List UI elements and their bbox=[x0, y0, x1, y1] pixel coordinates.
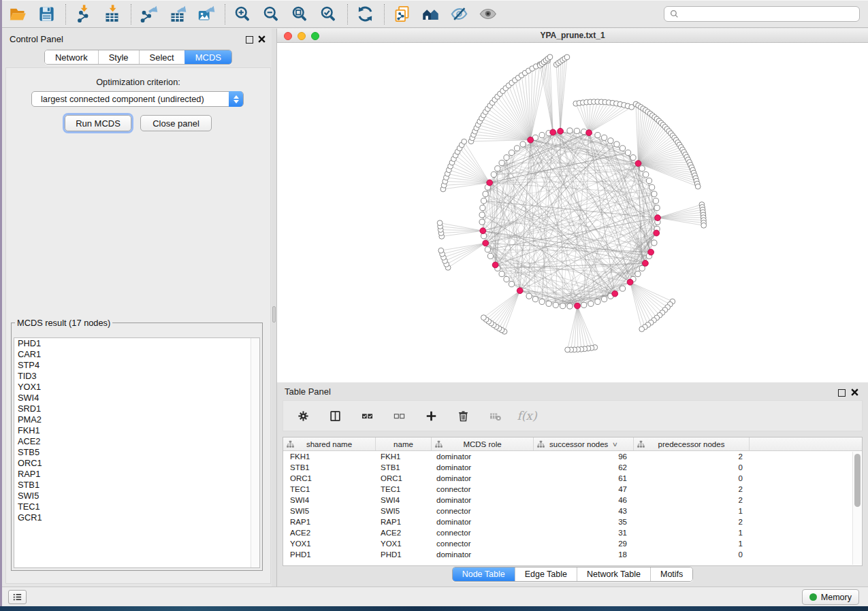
list-scrollbar[interactable] bbox=[251, 338, 259, 567]
cell-MCDS-role: dominator bbox=[432, 451, 534, 462]
mcds-result-item[interactable]: TID3 bbox=[14, 371, 259, 382]
mcds-result-item[interactable]: ORC1 bbox=[14, 458, 259, 469]
zoom-in-icon bbox=[234, 5, 252, 23]
mcds-result-item[interactable]: SWI5 bbox=[14, 491, 259, 501]
cell-MCDS-role: dominator bbox=[432, 495, 534, 506]
run-mcds-button[interactable]: Run MCDS bbox=[65, 115, 131, 131]
tab-motifs[interactable]: Motifs bbox=[650, 567, 692, 581]
table-row-ACE2[interactable]: ACE2ACE2connector311 bbox=[283, 527, 862, 538]
search-icon bbox=[670, 10, 679, 18]
hide-selected-button[interactable] bbox=[448, 3, 470, 25]
deselect-all-button[interactable] bbox=[390, 407, 408, 425]
zoom-in-button[interactable] bbox=[231, 3, 253, 25]
export-network-button[interactable] bbox=[138, 3, 159, 25]
control-panel-tabs: NetworkStyleSelectMCDS bbox=[2, 50, 274, 65]
splitter-handle[interactable] bbox=[272, 306, 276, 323]
table-row-SWI4[interactable]: SWI4SWI4dominator462 bbox=[283, 495, 862, 506]
refresh-layout-button[interactable] bbox=[354, 3, 376, 25]
mcds-result-item[interactable]: SRD1 bbox=[14, 403, 259, 414]
search-box[interactable] bbox=[664, 6, 860, 22]
column-label: predecessor nodes bbox=[658, 440, 725, 448]
select-all-button[interactable] bbox=[358, 407, 376, 425]
column-header-name[interactable]: name bbox=[376, 437, 432, 450]
mcds-result-item[interactable]: PHD1 bbox=[14, 338, 259, 349]
mcds-result-item[interactable]: ACE2 bbox=[14, 436, 259, 447]
mcds-result-item[interactable]: PMA2 bbox=[14, 414, 259, 425]
control-panel: Control Panel NetworkStyleSelectMCDS Opt… bbox=[2, 29, 274, 587]
graph-ring-nodes[interactable] bbox=[437, 54, 706, 352]
column-header-MCDS-role[interactable]: MCDS role bbox=[432, 437, 534, 450]
show-all-button[interactable] bbox=[477, 3, 498, 25]
network-canvas[interactable] bbox=[277, 43, 868, 382]
tab-edge-table[interactable]: Edge Table bbox=[515, 567, 577, 581]
export-table-button[interactable] bbox=[166, 3, 188, 25]
mcds-result-item[interactable]: TEC1 bbox=[14, 501, 259, 512]
cell-shared-name: YOX1 bbox=[283, 538, 376, 549]
close-panel-button[interactable]: Close panel bbox=[140, 115, 212, 131]
table-row-ORC1[interactable]: ORC1ORC1dominator610 bbox=[283, 473, 862, 484]
table-row-TEC1[interactable]: TEC1TEC1connector472 bbox=[283, 484, 862, 495]
import-network-button[interactable] bbox=[72, 3, 94, 25]
export-image-button[interactable] bbox=[195, 3, 216, 25]
zoom-out-button[interactable] bbox=[260, 3, 282, 25]
settings-button[interactable] bbox=[294, 407, 312, 425]
table-row-YOX1[interactable]: YOX1YOX1connector291 bbox=[283, 538, 862, 549]
mcds-result-item[interactable]: YOX1 bbox=[14, 382, 259, 393]
float-icon[interactable] bbox=[246, 36, 253, 44]
zoom-fit-icon bbox=[291, 5, 309, 23]
float-icon[interactable] bbox=[838, 389, 846, 397]
table-row-PHD1[interactable]: PHD1PHD1dominator180 bbox=[283, 549, 862, 560]
tab-mcds[interactable]: MCDS bbox=[184, 50, 231, 64]
mcds-result-item[interactable]: FKH1 bbox=[14, 425, 259, 436]
table-row-RAP1[interactable]: RAP1RAP1dominator352 bbox=[283, 516, 862, 527]
add-column-button[interactable] bbox=[422, 407, 440, 425]
import-table-button[interactable] bbox=[101, 3, 123, 25]
tab-select[interactable]: Select bbox=[139, 50, 184, 64]
table-row-STB1[interactable]: STB1STB1dominator620 bbox=[283, 462, 862, 473]
first-neighbors-button[interactable] bbox=[419, 3, 441, 25]
cell-MCDS-role: dominator bbox=[432, 549, 534, 560]
mcds-result-item[interactable]: STB5 bbox=[14, 447, 259, 458]
mcds-result-item[interactable]: STP4 bbox=[14, 360, 259, 371]
table-row-SWI5[interactable]: SWI5SWI5connector431 bbox=[283, 506, 862, 516]
duplicate-network-button[interactable] bbox=[391, 3, 413, 25]
memory-button[interactable]: Memory bbox=[802, 589, 859, 605]
close-icon[interactable] bbox=[257, 35, 266, 44]
delete-column-button[interactable] bbox=[454, 407, 472, 425]
network-titlebar[interactable]: YPA_prune.txt_1 bbox=[277, 29, 868, 43]
tab-network[interactable]: Network bbox=[45, 50, 98, 64]
deselect-all-icon bbox=[393, 410, 406, 423]
criterion-dropdown[interactable]: largest connected component (undirected) bbox=[31, 91, 244, 107]
zoom-selected-button[interactable] bbox=[317, 3, 339, 25]
delete-column-icon bbox=[457, 410, 470, 423]
table-row-FKH1[interactable]: FKH1FKH1dominator962 bbox=[283, 451, 862, 462]
mcds-result-item[interactable]: STB1 bbox=[14, 480, 259, 491]
column-header-predecessor-nodes[interactable]: predecessor nodes bbox=[634, 437, 750, 450]
column-view-button[interactable] bbox=[326, 407, 344, 425]
task-history-button[interactable] bbox=[8, 590, 27, 604]
mcds-result-item[interactable]: SWI4 bbox=[14, 393, 259, 403]
scrollbar-thumb[interactable] bbox=[854, 454, 861, 507]
list-icon bbox=[12, 592, 23, 602]
network-graph[interactable] bbox=[277, 43, 867, 382]
zoom-fit-button[interactable] bbox=[289, 3, 310, 25]
save-session-button[interactable] bbox=[35, 3, 57, 25]
vertical-splitter[interactable] bbox=[272, 29, 276, 587]
column-header-successor-nodes[interactable]: successor nodes∨ bbox=[534, 437, 634, 450]
network-title: YPA_prune.txt_1 bbox=[277, 31, 868, 40]
close-icon[interactable] bbox=[850, 388, 859, 397]
tab-network-table[interactable]: Network Table bbox=[577, 567, 650, 581]
column-header-shared-name[interactable]: shared name bbox=[283, 437, 376, 450]
mcds-result-item[interactable]: RAP1 bbox=[14, 469, 259, 480]
cell-predecessor-nodes: 1 bbox=[634, 527, 750, 538]
column-label: successor nodes bbox=[549, 440, 608, 448]
tab-style[interactable]: Style bbox=[98, 50, 139, 64]
search-input[interactable] bbox=[682, 10, 854, 19]
tab-node-table[interactable]: Node Table bbox=[453, 567, 515, 581]
table-scrollbar[interactable] bbox=[852, 452, 861, 565]
open-session-button[interactable] bbox=[7, 3, 29, 25]
mcds-result-item[interactable]: GCR1 bbox=[14, 512, 259, 523]
mcds-result-item[interactable]: CAR1 bbox=[14, 349, 259, 360]
column-header-filler bbox=[750, 437, 862, 450]
mcds-result-list[interactable]: PHD1CAR1STP4TID3YOX1SWI4SRD1PMA2FKH1ACE2… bbox=[14, 337, 260, 568]
